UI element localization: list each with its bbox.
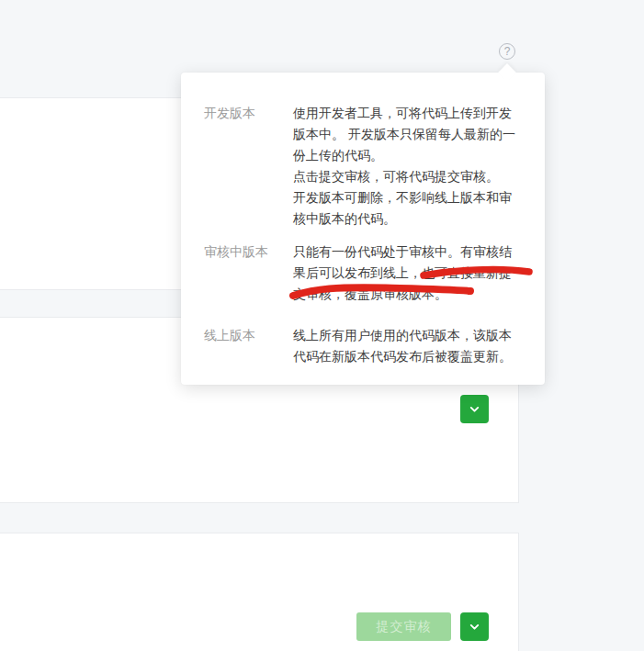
version-help-popover: 开发版本 使用开发者工具，可将代码上传到开发版本中。 开发版本只保留每人最新的一… <box>181 73 545 385</box>
section-label: 审核中版本 <box>204 241 293 305</box>
submit-review-button[interactable]: 提交审核 <box>356 612 451 641</box>
chevron-down-icon <box>468 620 481 634</box>
popover-arrow <box>498 63 516 82</box>
chevron-down-icon <box>468 402 481 416</box>
section-label: 线上版本 <box>204 325 293 367</box>
popover-section-in-review: 审核中版本 只能有一份代码处于审核中。有审核结果后可以发布到线上，也可直接重新提… <box>204 241 545 305</box>
section-body: 线上所有用户使用的代码版本，该版本代码在新版本代码发布后被覆盖更新。 <box>293 325 523 367</box>
section-label: 开发版本 <box>204 103 293 230</box>
popover-section-online: 线上版本 线上所有用户使用的代码版本，该版本代码在新版本代码发布后被覆盖更新。 <box>204 325 545 367</box>
page: { "colors": { "accent_green": "#24a83c",… <box>0 0 644 651</box>
submit-dropdown-button[interactable] <box>460 612 489 641</box>
popover-section-development: 开发版本 使用开发者工具，可将代码上传到开发版本中。 开发版本只保留每人最新的一… <box>204 103 545 230</box>
section-body: 使用开发者工具，可将代码上传到开发版本中。 开发版本只保留每人最新的一份上传的代… <box>293 103 523 230</box>
help-icon[interactable]: ? <box>499 43 515 60</box>
section-body: 只能有一份代码处于审核中。有审核结果后可以发布到线上，也可直接重新提交审核，覆盖… <box>293 241 523 305</box>
version-actions-dropdown-button[interactable] <box>460 395 489 423</box>
